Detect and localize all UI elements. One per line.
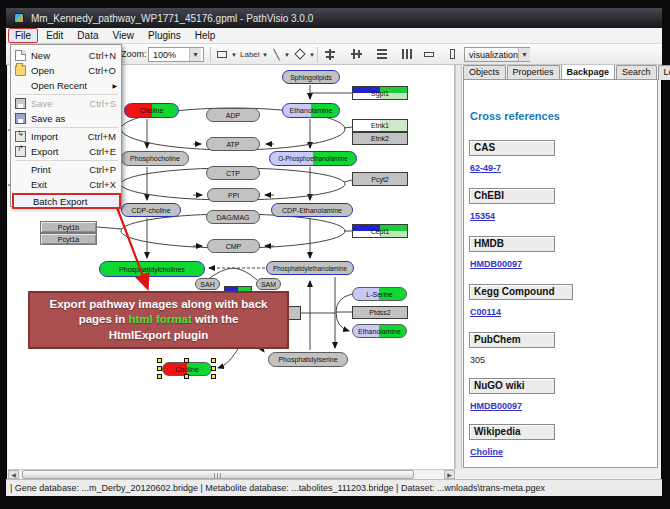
common-width-icon[interactable] xyxy=(421,47,437,62)
common-height-icon[interactable] xyxy=(444,47,460,62)
node-phosphocholine[interactable]: Phosphocholine xyxy=(121,151,189,166)
gene-node-etnk2[interactable]: Etnk2 xyxy=(352,132,408,145)
selection-handle[interactable] xyxy=(211,358,216,363)
annotation-line-2: pages in html format with the xyxy=(30,312,287,328)
xref-link-cas[interactable]: 62-49-7 xyxy=(470,163,501,173)
gene-node-ptdss2[interactable]: Ptdss2 xyxy=(352,306,408,319)
node-sah[interactable]: SAH xyxy=(195,278,220,290)
xref-link-hmdb[interactable]: HMDB00097 xyxy=(470,259,522,269)
visualization-combobox[interactable]: visualization▼ xyxy=(464,47,530,62)
menu-data[interactable]: Data xyxy=(71,29,104,42)
node-choline[interactable]: Choline xyxy=(124,103,179,118)
import-icon xyxy=(15,131,26,142)
xref-link-wikipedia[interactable]: Choline xyxy=(470,447,503,457)
align-center-x-icon[interactable] xyxy=(322,47,338,62)
chevron-down-icon[interactable]: ▼ xyxy=(189,48,201,61)
menu-edit[interactable]: Edit xyxy=(40,29,69,42)
file-menu-item-import[interactable]: Import Ctrl+M xyxy=(12,129,121,144)
xref-header-hmdb: HMDB xyxy=(469,236,555,252)
menu-view[interactable]: View xyxy=(106,29,140,42)
xref-link-chebi[interactable]: 15354 xyxy=(470,211,495,221)
canvas-horizontal-scrollbar[interactable]: ◀ ▶ xyxy=(8,469,455,479)
menu-plugins[interactable]: Plugins xyxy=(142,29,187,42)
gene-product-tool-icon[interactable] xyxy=(214,47,230,62)
gene-node-pcyt2[interactable]: Pcyt2 xyxy=(352,172,408,186)
selection-handle[interactable] xyxy=(157,366,162,371)
shape-tool-icon[interactable] xyxy=(293,47,308,62)
distribute-horizontal-icon[interactable] xyxy=(399,47,415,62)
file-menu-item-export[interactable]: Export Ctrl+E xyxy=(12,144,121,159)
shape-tool-dropdown-icon[interactable]: ▼ xyxy=(309,52,315,58)
file-menu-item-exit[interactable]: Exit Ctrl+X xyxy=(12,177,121,192)
label-tool-dropdown-icon[interactable]: ▼ xyxy=(262,52,268,58)
node-phosphatidylserine[interactable]: Phosphatidylserine xyxy=(268,352,348,367)
scrollbar-thumb[interactable] xyxy=(22,470,414,479)
file-menu-item-batch-export[interactable]: Batch Export xyxy=(12,193,121,209)
gene-node-pcyt1a[interactable]: Pcyt1a xyxy=(40,233,97,245)
file-menu-item-save[interactable]: Save Ctrl+S xyxy=(12,96,121,111)
line-tool-icon[interactable]: ╲ xyxy=(270,47,283,62)
selection-handle[interactable] xyxy=(157,374,162,379)
gene-node-etnk1[interactable]: Etnk1 xyxy=(352,119,408,132)
panel-splitter[interactable] xyxy=(455,65,462,469)
xref-link-nugo[interactable]: HMDB00097 xyxy=(470,401,522,411)
highlighted-text: html format xyxy=(128,313,191,325)
file-menu-item-save-as[interactable]: Save as xyxy=(12,111,121,126)
node-ethanolamine-2[interactable]: Ethanolamine xyxy=(352,324,407,338)
status-text: | Gene database: ...m_Derby_20120602.bri… xyxy=(6,483,545,493)
tutorial-annotation: Export pathway images along with back pa… xyxy=(28,291,289,349)
node-phosphatidylcholines[interactable]: Phosphatidylcholines xyxy=(99,261,205,277)
panel-tabs: Objects Properties Backpage Search Legen… xyxy=(463,65,670,80)
node-sphingolipids[interactable]: Sphingolipids xyxy=(282,70,340,84)
file-menu-item-print[interactable]: Print Ctrl+P xyxy=(12,162,121,177)
label-tool-icon[interactable]: Label xyxy=(239,48,261,61)
zoom-combobox[interactable]: 100%▼ xyxy=(148,47,204,62)
tab-properties[interactable]: Properties xyxy=(507,65,560,80)
node-adp[interactable]: ADP xyxy=(206,108,260,122)
selection-handle[interactable] xyxy=(184,374,189,379)
node-ctp[interactable]: CTP xyxy=(206,166,260,180)
gene-node-sgpl1[interactable]: Sgpl1 xyxy=(352,86,408,100)
scroll-right-icon[interactable]: ▶ xyxy=(444,470,455,479)
node-cdp-choline[interactable]: CDP-choline xyxy=(121,203,181,217)
export-icon xyxy=(15,146,26,157)
menu-separator xyxy=(15,94,118,95)
file-menu-item-open[interactable]: Open Ctrl+O xyxy=(12,63,121,78)
file-menu-item-new[interactable]: New Ctrl+N xyxy=(12,48,121,63)
title-bar[interactable]: Mm_Kennedy_pathway_WP1771_45176.gpml - P… xyxy=(6,8,662,28)
toolbar-separator xyxy=(210,47,211,62)
tab-backpage[interactable]: Backpage xyxy=(561,64,616,79)
node-l-serine[interactable]: L-Serine xyxy=(352,287,407,301)
tab-objects[interactable]: Objects xyxy=(463,65,506,80)
node-phosphatidylethanolamine[interactable]: Phosphatidylethanolamine xyxy=(266,261,354,275)
xref-header-kegg: Kegg Compound xyxy=(469,284,573,300)
file-menu-dropdown: New Ctrl+N Open Ctrl+O Open Recent ▶ Sav… xyxy=(10,44,122,207)
node-ppi[interactable]: PPi xyxy=(207,188,260,202)
selection-handle[interactable] xyxy=(211,366,216,371)
selection-handle[interactable] xyxy=(184,358,189,363)
file-menu-item-open-recent[interactable]: Open Recent ▶ xyxy=(12,78,121,93)
menu-file[interactable]: File xyxy=(8,28,38,43)
node-ethanolamine[interactable]: Ethanolamine xyxy=(282,103,340,118)
xref-link-kegg[interactable]: C00114 xyxy=(470,307,501,317)
chevron-down-icon[interactable]: ▼ xyxy=(518,48,530,61)
node-o-phosphoethanolamine[interactable]: O-Phosphoethanolamine xyxy=(269,151,357,166)
node-dag-mag[interactable]: DAG/MAG xyxy=(206,210,260,224)
scroll-left-icon[interactable]: ◀ xyxy=(8,470,19,479)
annotation-line-3: HtmlExport plugin xyxy=(30,328,287,344)
node-cdp-ethanolamine[interactable]: CDP-Ethanolamine xyxy=(271,203,353,217)
gene-node-cept1[interactable]: Cept1 xyxy=(352,224,408,238)
selection-handle[interactable] xyxy=(157,358,162,363)
selection-handle[interactable] xyxy=(211,374,216,379)
line-tool-dropdown-icon[interactable]: ▼ xyxy=(284,52,290,58)
tab-legend[interactable]: Legend xyxy=(658,65,670,80)
node-sam[interactable]: SAM xyxy=(256,278,281,290)
tab-search[interactable]: Search xyxy=(616,65,657,80)
align-center-y-icon[interactable] xyxy=(348,47,364,62)
gene-node-pcyt1b[interactable]: Pcyt1b xyxy=(40,221,97,233)
node-cmp[interactable]: CMP xyxy=(207,239,260,253)
distribute-vertical-icon[interactable] xyxy=(374,47,390,62)
gene-tool-dropdown-icon[interactable]: ▼ xyxy=(231,52,237,58)
menu-help[interactable]: Help xyxy=(189,29,222,42)
node-atp[interactable]: ATP xyxy=(206,137,260,151)
